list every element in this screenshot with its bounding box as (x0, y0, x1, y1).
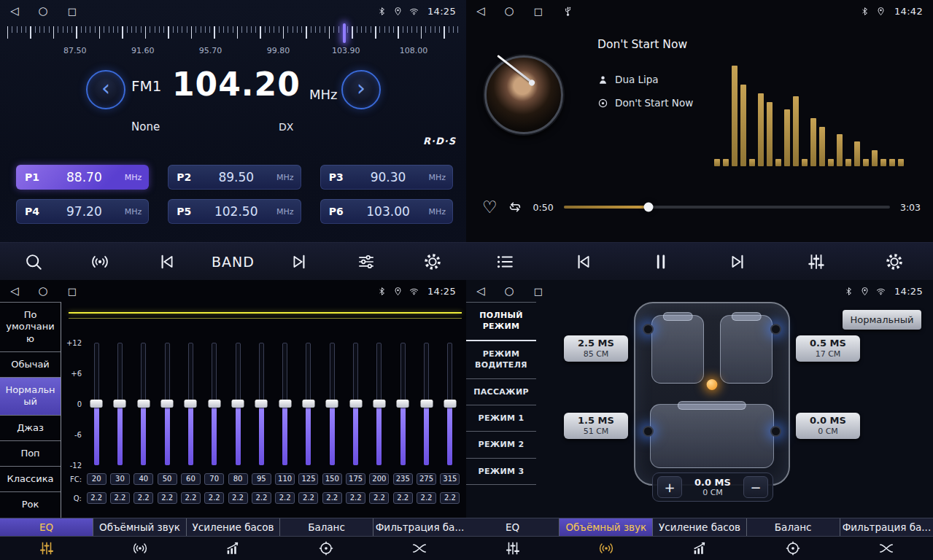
q-value-chip[interactable]: 2.2 (133, 492, 153, 504)
back-icon[interactable]: ◁ (476, 286, 485, 297)
bass-boost-tab-button[interactable] (653, 537, 746, 560)
tab-bass-boost[interactable]: Усиление басов (187, 518, 280, 536)
eq-slider-track[interactable] (424, 343, 429, 465)
front-left-delay-button[interactable]: 2.5 MS 85 CM (564, 335, 628, 362)
scan-button[interactable] (77, 246, 123, 277)
position-mode-item[interactable]: РЕЖИМ ВОДИТЕЛЯ (466, 341, 536, 379)
eq-slider-track[interactable] (259, 343, 264, 465)
rear-right-delay-button[interactable]: 0.0 MS 0 CM (796, 413, 860, 439)
delay-increase-button[interactable]: + (657, 476, 682, 498)
tab-balance[interactable]: Баланс (747, 518, 840, 536)
q-value-chip[interactable]: 2.2 (110, 492, 130, 504)
previous-station-button[interactable] (143, 246, 190, 277)
q-value-chip[interactable]: 2.2 (87, 492, 107, 504)
eq-slider-track[interactable] (165, 343, 170, 465)
eq-preset-item[interactable]: Джаз (0, 416, 61, 441)
progress-bar[interactable] (564, 206, 890, 209)
eq-preset-item[interactable]: Классика (0, 467, 61, 492)
eq-slider-track[interactable] (306, 343, 311, 465)
eq-slider-track[interactable] (447, 343, 452, 465)
position-mode-item[interactable]: РЕЖИМ 2 (466, 432, 536, 458)
q-value-chip[interactable]: 2.2 (417, 492, 436, 504)
q-value-chip[interactable]: 2.2 (440, 492, 460, 504)
fc-value-chip[interactable]: 125 (298, 473, 318, 485)
eq-slider-track[interactable] (353, 343, 358, 465)
radio-preset-p6[interactable]: P6103.00MHz (320, 199, 453, 224)
settings-button[interactable] (409, 246, 456, 277)
fc-value-chip[interactable]: 150 (322, 473, 342, 485)
eq-slider-track[interactable] (141, 343, 146, 465)
fc-value-chip[interactable]: 20 (87, 473, 107, 485)
listening-position-marker[interactable] (707, 379, 718, 390)
tuner-scale[interactable]: 87.50 91.60 95.70 99.80 103.90 108.00 (0, 23, 466, 66)
bass-boost-tab-button[interactable] (187, 537, 280, 560)
q-value-chip[interactable]: 2.2 (275, 492, 295, 504)
balance-tab-button[interactable] (279, 537, 373, 560)
repeat-button[interactable] (507, 199, 523, 215)
eq-tab-button[interactable] (0, 537, 93, 560)
radio-preset-p5[interactable]: P5102.50MHz (168, 199, 301, 224)
filter-tab-button[interactable] (840, 537, 933, 560)
band-button[interactable]: BAND (209, 246, 256, 277)
fc-value-chip[interactable]: 175 (346, 473, 365, 485)
radio-preset-p2[interactable]: P289.50MHz (168, 165, 301, 190)
eq-slider-handle[interactable] (302, 400, 314, 408)
rear-left-delay-button[interactable]: 1.5 MS 51 CM (564, 413, 628, 439)
eq-slider-track[interactable] (236, 343, 241, 465)
q-value-chip[interactable]: 2.2 (298, 492, 318, 504)
eq-slider-handle[interactable] (90, 400, 103, 408)
eq-preset-item[interactable]: Обычай (0, 352, 61, 378)
album-art[interactable] (484, 55, 563, 134)
eq-slider-track[interactable] (212, 343, 217, 465)
surround-tab-button[interactable] (93, 537, 187, 560)
q-value-chip[interactable]: 2.2 (346, 492, 365, 504)
radio-preset-p1[interactable]: P188.70MHz (16, 165, 149, 190)
eq-tab-button[interactable] (466, 537, 560, 560)
eq-slider-handle[interactable] (185, 400, 197, 408)
eq-preset-item[interactable]: По умолчанию (0, 303, 61, 352)
eq-slider-handle[interactable] (208, 400, 220, 408)
eq-slider-handle[interactable] (232, 400, 244, 408)
fc-value-chip[interactable]: 95 (252, 473, 271, 485)
equalizer-button[interactable] (793, 246, 840, 277)
profile-button[interactable]: Нормальный (843, 310, 921, 330)
eq-slider-track[interactable] (330, 343, 335, 465)
next-track-button[interactable] (715, 246, 762, 277)
home-icon[interactable]: ○ (39, 6, 48, 17)
recents-icon[interactable]: □ (68, 7, 77, 16)
eq-slider-track[interactable] (282, 343, 287, 465)
q-value-chip[interactable]: 2.2 (393, 492, 413, 504)
filter-tab-button[interactable] (373, 537, 466, 560)
fc-value-chip[interactable]: 70 (204, 473, 224, 485)
eq-slider-track[interactable] (94, 343, 99, 465)
eq-slider-handle[interactable] (161, 400, 174, 408)
fc-value-chip[interactable]: 80 (228, 473, 248, 485)
front-right-delay-button[interactable]: 0.5 MS 17 CM (796, 335, 860, 362)
progress-knob[interactable] (643, 203, 653, 212)
equalizer-button[interactable] (343, 246, 390, 277)
fc-value-chip[interactable]: 50 (158, 473, 177, 485)
fc-value-chip[interactable]: 235 (393, 473, 413, 485)
back-icon[interactable]: ◁ (10, 6, 19, 17)
q-value-chip[interactable]: 2.2 (252, 492, 271, 504)
eq-slider-handle[interactable] (349, 400, 362, 408)
tab-eq[interactable]: EQ (0, 518, 93, 536)
settings-button[interactable] (871, 246, 918, 277)
eq-slider-handle[interactable] (420, 400, 433, 408)
eq-slider-track[interactable] (376, 343, 382, 465)
back-icon[interactable]: ◁ (10, 286, 19, 297)
search-button[interactable] (10, 246, 57, 277)
eq-preset-item[interactable]: Рок (0, 492, 61, 518)
q-value-chip[interactable]: 2.2 (181, 492, 201, 504)
eq-slider-handle[interactable] (397, 400, 409, 408)
fc-value-chip[interactable]: 60 (181, 473, 201, 485)
radio-preset-p4[interactable]: P497.20MHz (16, 199, 149, 224)
recents-icon[interactable]: □ (534, 7, 543, 16)
fc-value-chip[interactable]: 315 (440, 473, 460, 485)
eq-slider-track[interactable] (188, 343, 193, 465)
tab-filter[interactable]: Фильтрация ба... (373, 518, 466, 536)
delay-decrease-button[interactable]: − (743, 476, 768, 498)
eq-slider-handle[interactable] (326, 400, 338, 408)
eq-slider-handle[interactable] (255, 400, 268, 408)
eq-slider-handle[interactable] (279, 400, 291, 408)
